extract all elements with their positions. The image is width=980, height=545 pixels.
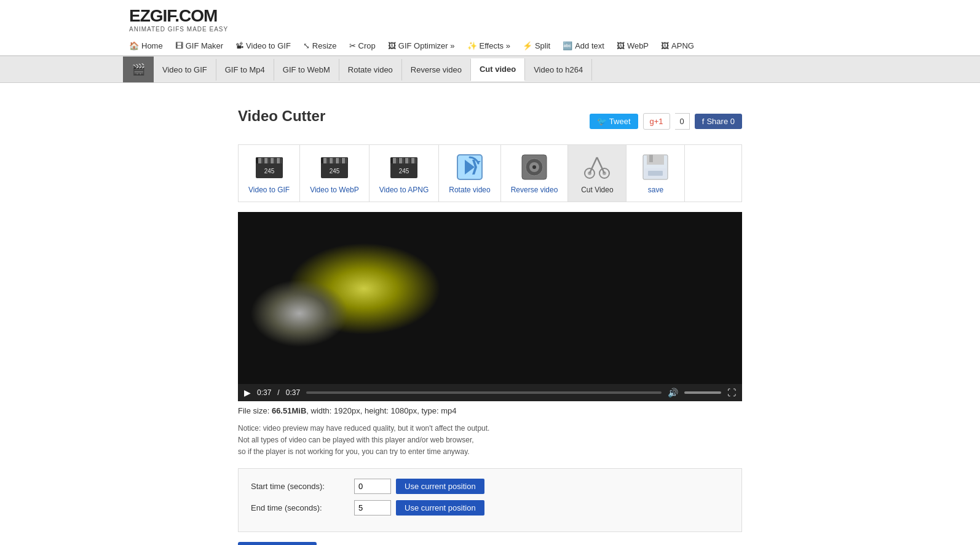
tool-save[interactable]: save	[626, 145, 685, 202]
tool-label-3: Video to APNG	[379, 186, 429, 194]
nav-apng[interactable]: 🖼 APNG	[655, 36, 700, 55]
nav-split[interactable]: ⚡ Split	[516, 36, 556, 55]
svg-rect-18	[333, 158, 335, 163]
svg-point-37	[532, 165, 536, 169]
tweet-button[interactable]: 🐦 Tweet	[590, 114, 638, 129]
video-preview	[238, 212, 742, 384]
use-current-end-button[interactable]: Use current position	[396, 500, 484, 516]
subnav-reverse-video[interactable]: Reverse video	[402, 59, 471, 80]
time-current: 0:37	[257, 388, 271, 397]
crop-icon: ✂	[349, 41, 356, 50]
cut-video-button[interactable]: Cut the Video!	[238, 542, 317, 545]
file-info: File size: 66.51MiB, width: 1920px, heig…	[238, 406, 742, 415]
nav-webp[interactable]: 🖼 WebP	[611, 36, 655, 55]
tool-video-to-gif[interactable]: 245 Video to GIF	[239, 145, 300, 202]
facebook-icon: f	[702, 117, 705, 126]
gplus-icon: g+1	[650, 117, 663, 126]
end-time-row: End time (seconds): Use current position	[251, 500, 729, 516]
nav-home[interactable]: 🏠 Home	[123, 36, 169, 55]
start-time-label: Start time (seconds):	[251, 482, 349, 491]
use-current-start-button[interactable]: Use current position	[396, 479, 484, 494]
logo-sub: ANIMATED GIFS MADE EASY	[129, 26, 968, 33]
svg-rect-17	[326, 158, 329, 163]
svg-rect-9	[280, 158, 282, 163]
nav-effects[interactable]: ✨ Effects »	[461, 36, 516, 55]
progress-bar[interactable]	[306, 391, 662, 394]
time-separator: /	[277, 388, 279, 397]
scissors-icon	[582, 152, 612, 182]
apng-icon: 🖼	[661, 41, 669, 50]
file-size: 66.51MiB	[272, 406, 306, 415]
svg-rect-6	[261, 158, 264, 163]
reverse-icon	[520, 152, 549, 182]
subnav-gif-to-webm[interactable]: GIF to WebM	[274, 59, 339, 80]
notice-box: Notice: video preview may have reduced q…	[238, 423, 742, 458]
start-time-input[interactable]	[354, 479, 391, 494]
tool-rotate-video[interactable]: Rotate video	[439, 145, 500, 202]
webp-icon: 🖼	[617, 41, 625, 50]
tool-reverse-video[interactable]: Reverse video	[501, 145, 569, 202]
svg-rect-7	[267, 158, 270, 163]
svg-rect-20	[345, 158, 347, 163]
share-button[interactable]: f Share 0	[695, 114, 742, 129]
gplus-button[interactable]: g+1	[643, 113, 670, 130]
volume-slider[interactable]	[684, 391, 721, 394]
video-controls: ▶ 0:37 / 0:37 🔊 ⛶	[238, 384, 742, 401]
notice-line-1: Notice: video preview may have reduced q…	[238, 423, 742, 434]
logo-text: EZGIF.COM	[129, 6, 217, 25]
svg-rect-29	[402, 158, 405, 163]
film-icon: 🎬	[132, 63, 145, 76]
tool-label-1: Video to GIF	[248, 186, 290, 194]
resize-icon: ⤡	[303, 41, 310, 50]
svg-rect-46	[649, 155, 653, 162]
effects-icon: ✨	[467, 41, 477, 50]
split-icon: ⚡	[523, 41, 532, 50]
play-button[interactable]: ▶	[244, 388, 251, 398]
subnav-cut-video[interactable]: Cut video	[471, 58, 525, 81]
svg-text:245: 245	[330, 168, 340, 174]
svg-rect-30	[408, 158, 411, 163]
main-navigation: 🏠 Home 🎞 GIF Maker 📽 Video to GIF ⤡ Resi…	[0, 36, 980, 56]
tool-cut-video[interactable]: Cut Video	[568, 145, 626, 202]
tool-label-2: Video to WebP	[310, 186, 359, 194]
subnav-video-to-gif[interactable]: Video to GIF	[154, 59, 216, 80]
clapper-icon-3: 245	[389, 152, 419, 182]
svg-text:245: 245	[399, 168, 409, 174]
svg-rect-31	[414, 158, 417, 163]
text-icon: 🔤	[563, 41, 572, 50]
subnav-rotate-video[interactable]: Rotate video	[339, 59, 402, 80]
twitter-icon: 🐦	[597, 117, 607, 126]
nav-gif-optimizer[interactable]: 🖼 GIF Optimizer »	[382, 36, 461, 55]
volume-icon: 🔊	[668, 388, 678, 398]
nav-add-text[interactable]: 🔤 Add text	[556, 36, 611, 55]
video-icon: 📽	[235, 41, 243, 50]
end-time-label: End time (seconds):	[251, 503, 349, 512]
nav-crop[interactable]: ✂ Crop	[343, 36, 382, 55]
start-time-row: Start time (seconds): Use current positi…	[251, 479, 729, 494]
tool-label-6: Cut Video	[581, 186, 613, 194]
notice-line-3: so if the player is not working for you,…	[238, 446, 742, 458]
nav-video-to-gif[interactable]: 📽 Video to GIF	[229, 36, 297, 55]
svg-rect-8	[274, 158, 276, 163]
subnav-gif-to-mp4[interactable]: GIF to Mp4	[216, 59, 274, 80]
cut-form: Start time (seconds): Use current positi…	[238, 468, 742, 532]
video-container: ▶ 0:37 / 0:37 🔊 ⛶	[238, 212, 742, 401]
fullscreen-button[interactable]: ⛶	[727, 388, 736, 398]
svg-rect-48	[648, 171, 663, 176]
gif-icon: 🎞	[175, 41, 183, 50]
gplus-count: 0	[675, 113, 690, 130]
clapper-icon-1: 245	[255, 152, 284, 182]
tools-row: 245 Video to GIF 245	[238, 144, 742, 202]
notice-line-2: Not all types of video can be played wit…	[238, 434, 742, 446]
tool-video-to-webp[interactable]: 245 Video to WebP	[300, 145, 369, 202]
sub-navigation: 🎬 Video to GIF GIF to Mp4 GIF to WebM Ro…	[0, 57, 980, 83]
nav-gif-maker[interactable]: 🎞 GIF Maker	[169, 36, 229, 55]
end-time-input[interactable]	[354, 500, 391, 516]
time-total: 0:37	[286, 388, 300, 397]
clapper-icon-2: 245	[320, 152, 349, 182]
save-icon	[641, 152, 670, 182]
nav-resize[interactable]: ⤡ Resize	[297, 36, 343, 55]
subnav-video-to-h264[interactable]: Video to h264	[525, 59, 592, 80]
tool-video-to-apng[interactable]: 245 Video to APNG	[369, 145, 440, 202]
film-strip-icon: 🎬	[123, 57, 154, 82]
